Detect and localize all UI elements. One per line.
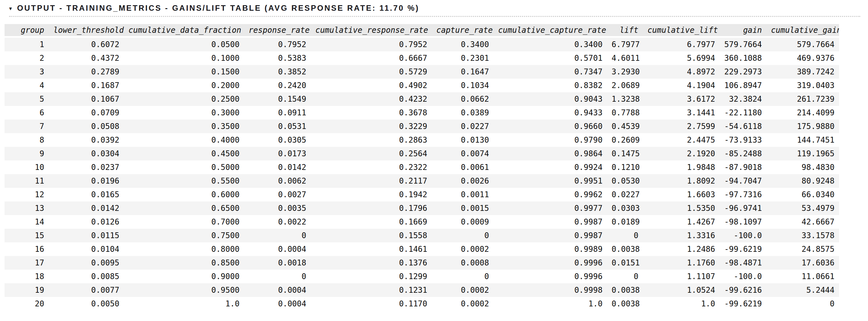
cell-lift: 0.0038 <box>607 297 643 311</box>
cell-cumulative_capture_rate: 0.9998 <box>494 283 607 297</box>
cell-response_rate: 0.0305 <box>244 133 311 147</box>
cell-response_rate: 0 <box>244 229 311 242</box>
cell-cumulative_gain: 469.9376 <box>767 51 839 65</box>
cell-cumulative_response_rate: 0.3678 <box>311 106 432 119</box>
cell-cumulative_data_fraction: 0.9500 <box>124 283 244 297</box>
cell-response_rate: 0.7952 <box>244 38 311 51</box>
cell-gain: -94.7047 <box>720 174 767 188</box>
cell-capture_rate: 0.1034 <box>432 79 494 92</box>
cell-lower_threshold: 0.0508 <box>49 119 124 133</box>
cell-capture_rate: 0.0009 <box>432 215 494 229</box>
cell-cumulative_capture_rate: 0.8382 <box>494 79 607 92</box>
cell-cumulative_response_rate: 0.7952 <box>311 38 432 51</box>
cell-capture_rate: 0.1647 <box>432 65 494 79</box>
cell-lower_threshold: 0.0050 <box>49 297 124 311</box>
cell-cumulative_response_rate: 0.1376 <box>311 256 432 270</box>
cell-lower_threshold: 0.0165 <box>49 188 124 202</box>
table-row: 170.00950.85000.00180.13760.00080.99960.… <box>5 256 839 270</box>
column-header-group: group <box>5 24 49 38</box>
cell-gain: 579.7664 <box>720 38 767 51</box>
cell-cumulative_gain: 0 <box>767 297 839 311</box>
cell-gain: -100.0 <box>720 270 767 283</box>
cell-capture_rate: 0 <box>432 270 494 283</box>
cell-response_rate: 0.0022 <box>244 215 311 229</box>
cell-gain: -96.9741 <box>720 202 767 215</box>
cell-cumulative_capture_rate: 0.9660 <box>494 119 607 133</box>
cell-gain: -73.9133 <box>720 133 767 147</box>
cell-lower_threshold: 0.1687 <box>49 79 124 92</box>
cell-cumulative_response_rate: 0.5729 <box>311 65 432 79</box>
cell-cumulative_data_fraction: 0.4000 <box>124 133 244 147</box>
cell-capture_rate: 0.0008 <box>432 256 494 270</box>
cell-cumulative_gain: 261.7239 <box>767 92 839 106</box>
cell-lower_threshold: 0.0095 <box>49 256 124 270</box>
table-row: 190.00770.95000.00040.12310.00020.99980.… <box>5 283 839 297</box>
cell-response_rate: 0.0142 <box>244 160 311 174</box>
cell-lower_threshold: 0.0392 <box>49 133 124 147</box>
cell-capture_rate: 0 <box>432 229 494 242</box>
cell-cumulative_data_fraction: 0.1000 <box>124 51 244 65</box>
cell-response_rate: 0.5383 <box>244 51 311 65</box>
column-header-capture_rate: capture_rate <box>432 24 494 38</box>
table-row: 20.43720.10000.53830.66670.23010.57014.6… <box>5 51 839 65</box>
cell-group: 2 <box>5 51 49 65</box>
cell-lower_threshold: 0.0104 <box>49 242 124 256</box>
cell-group: 12 <box>5 188 49 202</box>
cell-cumulative_data_fraction: 0.3500 <box>124 119 244 133</box>
cell-cumulative_response_rate: 0.6667 <box>311 51 432 65</box>
cell-capture_rate: 0.0074 <box>432 147 494 160</box>
cell-cumulative_lift: 1.2486 <box>643 242 720 256</box>
cell-gain: -99.6216 <box>720 283 767 297</box>
table-row: 10.60720.05000.79520.79520.34000.34006.7… <box>5 38 839 51</box>
table-row: 120.01650.60000.00270.19420.00110.99620.… <box>5 188 839 202</box>
cell-cumulative_lift: 1.5350 <box>643 202 720 215</box>
cell-cumulative_gain: 24.8575 <box>767 242 839 256</box>
cell-cumulative_gain: 33.1578 <box>767 229 839 242</box>
cell-cumulative_gain: 17.6036 <box>767 256 839 270</box>
output-section-header[interactable]: ▾ OUTPUT - TRAINING_METRICS - GAINS/LIFT… <box>9 3 860 17</box>
gains-lift-table: grouplower_thresholdcumulative_data_frac… <box>5 24 839 311</box>
cell-cumulative_data_fraction: 0.6000 <box>124 188 244 202</box>
cell-lower_threshold: 0.0142 <box>49 202 124 215</box>
cell-cumulative_lift: 4.8972 <box>643 65 720 79</box>
cell-cumulative_response_rate: 0.2564 <box>311 147 432 160</box>
cell-cumulative_capture_rate: 0.9951 <box>494 174 607 188</box>
cell-lift: 0.1210 <box>607 160 643 174</box>
cell-cumulative_response_rate: 0.1299 <box>311 270 432 283</box>
cell-lower_threshold: 0.1067 <box>49 92 124 106</box>
cell-lower_threshold: 0.0237 <box>49 160 124 174</box>
cell-response_rate: 0.0027 <box>244 188 311 202</box>
cell-group: 3 <box>5 65 49 79</box>
cell-group: 20 <box>5 297 49 311</box>
cell-cumulative_response_rate: 0.1796 <box>311 202 432 215</box>
cell-cumulative_capture_rate: 0.9989 <box>494 242 607 256</box>
cell-cumulative_response_rate: 0.1942 <box>311 188 432 202</box>
cell-group: 4 <box>5 79 49 92</box>
cell-cumulative_capture_rate: 0.9977 <box>494 202 607 215</box>
cell-lift: 0.4539 <box>607 119 643 133</box>
cell-cumulative_capture_rate: 0.9790 <box>494 133 607 147</box>
column-header-lower_threshold: lower_threshold <box>49 24 124 38</box>
cell-lift: 0 <box>607 229 643 242</box>
cell-response_rate: 0.0173 <box>244 147 311 160</box>
cell-cumulative_lift: 2.4475 <box>643 133 720 147</box>
collapse-caret-icon[interactable]: ▾ <box>9 6 12 11</box>
column-header-gain: gain <box>720 24 767 38</box>
section-title: OUTPUT - TRAINING_METRICS - GAINS/LIFT T… <box>17 3 420 13</box>
cell-cumulative_gain: 98.4830 <box>767 160 839 174</box>
cell-cumulative_gain: 80.9248 <box>767 174 839 188</box>
cell-cumulative_data_fraction: 0.4500 <box>124 147 244 160</box>
column-header-lift: lift <box>607 24 643 38</box>
cell-cumulative_data_fraction: 0.5000 <box>124 160 244 174</box>
cell-lower_threshold: 0.0709 <box>49 106 124 119</box>
cell-response_rate: 0 <box>244 270 311 283</box>
cell-lower_threshold: 0.4372 <box>49 51 124 65</box>
cell-response_rate: 0.0035 <box>244 202 311 215</box>
cell-cumulative_response_rate: 0.2322 <box>311 160 432 174</box>
cell-capture_rate: 0.2301 <box>432 51 494 65</box>
cell-capture_rate: 0.0015 <box>432 202 494 215</box>
cell-cumulative_response_rate: 0.1461 <box>311 242 432 256</box>
cell-capture_rate: 0.0662 <box>432 92 494 106</box>
cell-cumulative_response_rate: 0.2863 <box>311 133 432 147</box>
cell-cumulative_gain: 53.4979 <box>767 202 839 215</box>
